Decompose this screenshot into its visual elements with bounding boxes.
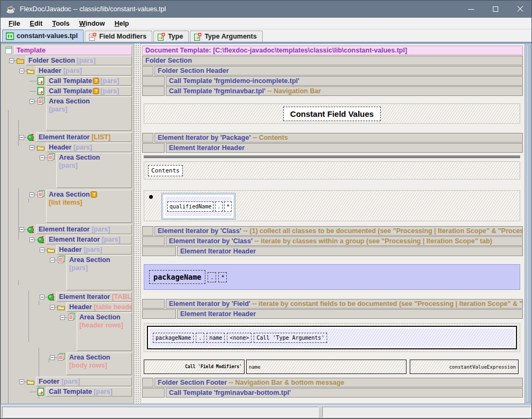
indent-cell <box>142 246 176 256</box>
split-pane-divider[interactable] <box>134 43 141 404</box>
collapse-handle-icon[interactable] <box>19 135 24 140</box>
tree-node-template[interactable]: Template <box>1 46 134 55</box>
collapse-handle-icon[interactable] <box>40 248 45 252</box>
call-template-bar[interactable]: Call Template 'frgm\demo-incomplete.tpl' <box>166 76 523 86</box>
indent-cell <box>142 133 153 143</box>
tree-node-area-section[interactable]: Area Section[pars] <box>1 96 134 132</box>
selected-list-item-box[interactable]: qualifiedName . * <box>161 193 235 220</box>
tree-node-area-section[interactable]: Area Section[pars] <box>1 255 134 291</box>
tree-node-area-section[interactable]: Area Section?[list items] <box>1 190 134 224</box>
tree-node-header[interactable]: Header [pars] <box>1 245 134 255</box>
tree-node-suffix: [pars] <box>69 264 129 272</box>
tree-node-label: Area Section <box>59 154 100 161</box>
collapse-handle-icon[interactable] <box>40 155 45 160</box>
name-cell[interactable]: name <box>246 360 407 374</box>
field-row-frame[interactable]: packageName . name <none> Call 'Type Arg… <box>147 326 517 349</box>
collapse-handle-icon[interactable] <box>29 237 34 242</box>
call-template-bar[interactable]: Call Template 'frgm\navbar.tpl' -- Navig… <box>166 86 523 96</box>
tab-type[interactable]: Type <box>153 31 189 42</box>
tree-node-element-iterator[interactable]: Element Iterator [LIST] <box>1 132 134 142</box>
collapse-handle-icon[interactable] <box>50 305 55 310</box>
tree-node-label: Area Section <box>69 354 110 361</box>
star-control[interactable]: * <box>218 272 227 282</box>
menu-window[interactable]: Window <box>75 19 110 28</box>
collapse-handle-icon[interactable] <box>29 145 34 150</box>
tree-node-folder-section[interactable]: Folder Section [pars] <box>1 56 134 65</box>
collapse-handle-icon[interactable] <box>19 227 24 232</box>
constant-value-expression-cell[interactable]: constantValueExpression <box>410 360 519 374</box>
collapse-handle-icon[interactable] <box>29 99 34 104</box>
element-iterator-header-bar[interactable]: Element Iterator Header <box>177 246 523 256</box>
element-iterator-header-bar[interactable]: Element Iterator Header <box>177 309 523 319</box>
collapse-handle-icon[interactable] <box>29 192 34 197</box>
tree-node-area-section[interactable]: Area Section[pars] <box>1 153 134 189</box>
dot-control[interactable]: . <box>208 272 216 282</box>
element-iterator-class-bar[interactable]: Element Iterator by 'Class' -- (1) colle… <box>154 226 523 236</box>
none-control[interactable]: <none> <box>227 333 252 343</box>
collapse-handle-icon[interactable] <box>40 295 45 300</box>
element-iterator-icon <box>26 225 35 234</box>
element-iterator-class-bar[interactable]: Element Iterator by 'Class' -- iterate b… <box>166 236 523 246</box>
collapse-handle-icon[interactable] <box>19 69 24 73</box>
call-type-arguments-control[interactable]: Call 'Type Arguments' <box>254 333 327 343</box>
tree-node-element-iterator[interactable]: Element Iterator [pars] <box>1 225 134 234</box>
scrollbar-thumb[interactable] <box>526 44 531 403</box>
tab-type-arguments[interactable]: Type Arguments <box>190 31 262 42</box>
collapse-handle-icon[interactable] <box>50 355 55 360</box>
dot-control[interactable]: . <box>215 201 223 212</box>
element-iterator-header-bar[interactable]: Element Iterator Header <box>166 143 523 153</box>
question-badge-icon: ? <box>93 78 99 84</box>
collapse-handle-icon[interactable] <box>60 315 65 320</box>
menu-file[interactable]: File <box>4 19 25 28</box>
tree-node-call-template[interactable]: Call Template [pars] <box>1 387 134 396</box>
page-title-control[interactable]: Constant Field Values <box>283 107 381 121</box>
horizontal-rule-control[interactable] <box>144 155 520 158</box>
close-button[interactable] <box>508 1 532 18</box>
collapse-handle-icon[interactable] <box>50 258 55 263</box>
folder-section-footer-bar[interactable]: Folder Section Footer -- Navigation Bar … <box>154 378 523 387</box>
tree-node-call-template[interactable]: Call Template?[pars] <box>1 86 134 96</box>
call-template-bar[interactable]: Call Template 'frgm\navbar-bottom.tpl' <box>166 388 523 398</box>
field-name-control[interactable]: name <box>206 333 225 343</box>
collapse-handle-icon[interactable] <box>19 379 24 384</box>
tree-node-element-iterator[interactable]: Element Iterator [TABLE] <box>1 292 134 302</box>
collapse-handle-icon[interactable] <box>9 58 14 63</box>
menu-tools[interactable]: Tools <box>47 19 74 28</box>
qualified-name-control[interactable]: qualifiedName <box>167 201 213 212</box>
star-control[interactable]: * <box>224 201 232 212</box>
package-name-control[interactable]: packageName <box>153 333 194 343</box>
flexdoc-javadoc-window: { "window": { "title": "FlexDoc/Javadoc … <box>0 0 532 419</box>
tab-field-modifiers[interactable]: Field Modifiers <box>85 31 152 42</box>
main-area: Template Folder Section [pars] Header [p… <box>1 43 532 404</box>
tree-node-header[interactable]: Header [table header] <box>1 302 134 312</box>
tab-constant-values[interactable]: constant-values.tpl <box>2 29 84 42</box>
tab-label: Type Arguments <box>204 33 256 40</box>
element-iterator-field-bar[interactable]: Element Iterator by 'Field' -- iterate b… <box>166 299 523 309</box>
folder-section-header-bar[interactable]: Folder Section Header <box>154 66 523 76</box>
call-field-modifiers-cell[interactable]: Call 'Field Modifiers' <box>144 360 245 374</box>
tree-node-header[interactable]: Header [pars] <box>1 66 134 76</box>
maximize-button[interactable] <box>483 1 508 18</box>
dot-control[interactable]: . <box>196 333 204 343</box>
vertical-scrollbar[interactable] <box>525 43 532 404</box>
package-name-control[interactable]: packageName <box>149 270 205 284</box>
element-iterator-package-bar[interactable]: Element Iterator by 'Package' -- Content… <box>154 133 523 143</box>
menu-edit[interactable]: Edit <box>25 19 48 28</box>
tree-node-area-section[interactable]: Area Section[body rows] <box>1 353 134 376</box>
element-iterator-icon <box>26 133 35 141</box>
status-bar <box>1 406 532 418</box>
indent-cell <box>142 236 165 246</box>
tree-node-element-iterator[interactable]: Element Iterator [pars] <box>1 235 134 244</box>
tree-node-header[interactable]: Header [pars] <box>1 143 134 152</box>
tree-node-area-section[interactable]: Area Section[header rows] <box>1 312 134 352</box>
folder-section-bar[interactable]: Folder Section <box>142 56 523 65</box>
bar-comment: -- (1) collect all classes to be documen… <box>243 227 523 235</box>
tree-node-call-template[interactable]: Call Template?[pars] <box>1 76 134 86</box>
contents-label-control[interactable]: Contents <box>148 165 183 176</box>
menu-help[interactable]: Help <box>109 19 134 28</box>
tree-node-footer[interactable]: Footer [pars] <box>1 377 134 386</box>
minimize-button[interactable] <box>459 1 483 18</box>
status-message-left <box>2 407 319 417</box>
window-title: FlexDoc/Javadoc -- classic/lib/constant-… <box>20 5 166 13</box>
document-template-header[interactable]: Document Template: [C:\flexdoc-javadoc\t… <box>142 46 523 55</box>
